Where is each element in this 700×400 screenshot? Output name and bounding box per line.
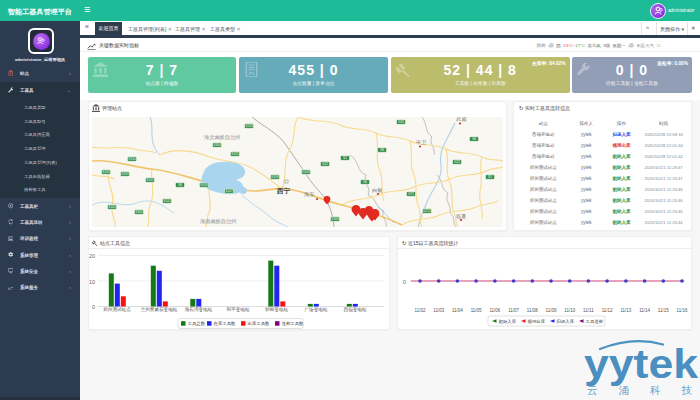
svg-text:G30: G30 (398, 120, 404, 124)
svg-text:兰州发威荷变电站: 兰州发威荷变电站 (141, 306, 178, 313)
svg-text:工具送检: 工具送检 (586, 319, 604, 324)
svg-text:工具总数: 工具总数 (188, 321, 206, 326)
svg-text:G22: G22 (454, 160, 460, 164)
svg-text:武威: 武威 (456, 117, 467, 122)
svg-text:G213: G213 (423, 209, 431, 213)
svg-text:S207: S207 (225, 189, 233, 193)
svg-text:S2: S2 (488, 175, 492, 179)
svg-text:11/06: 11/06 (489, 308, 500, 313)
svg-text:出库工具数: 出库工具数 (248, 321, 271, 326)
svg-text:海石湾变电站: 海石湾变电站 (185, 307, 213, 313)
svg-text:11/09: 11/09 (546, 308, 557, 313)
svg-text:11/16: 11/16 (677, 308, 688, 313)
svg-text:G6: G6 (363, 180, 367, 184)
svg-text:郑州测试站点: 郑州测试站点 (103, 306, 131, 312)
svg-text:S101: S101 (146, 178, 154, 182)
svg-text:海东: 海东 (304, 191, 314, 198)
svg-text:海北藏族自治州: 海北藏族自治州 (204, 134, 240, 141)
svg-text:S202: S202 (108, 205, 116, 209)
svg-text:和平变电站: 和平变电站 (227, 306, 250, 313)
svg-text:S205: S205 (102, 170, 110, 174)
svg-text:G109: G109 (121, 172, 129, 176)
svg-text:G22: G22 (322, 162, 328, 166)
svg-text:归还入库: 归还入库 (557, 319, 575, 324)
svg-text:S203: S203 (245, 124, 253, 128)
svg-text:在库工具数: 在库工具数 (214, 321, 237, 326)
svg-text:S2: S2 (343, 156, 347, 160)
svg-text:G109: G109 (271, 175, 279, 179)
svg-text:11/15: 11/15 (658, 308, 669, 313)
svg-text:S101: S101 (163, 199, 171, 203)
svg-text:S310: S310 (128, 157, 136, 161)
svg-text:西福变电站: 西福变电站 (344, 307, 367, 313)
svg-text:海南藏族自治州: 海南藏族自治州 (200, 218, 236, 225)
svg-text:11/12: 11/12 (602, 308, 613, 313)
svg-text:云涌科技: 云涌科技 (587, 384, 700, 396)
svg-text:11/10: 11/10 (564, 308, 575, 313)
svg-text:广场变电站: 广场变电站 (305, 307, 328, 313)
svg-text:11/08: 11/08 (527, 308, 538, 313)
svg-text:G109: G109 (302, 170, 310, 174)
svg-text:G75: G75 (408, 192, 414, 196)
svg-text:S302: S302 (135, 210, 143, 214)
svg-text:11/04: 11/04 (452, 308, 463, 313)
svg-text:11/13: 11/13 (620, 308, 631, 313)
svg-text:初始入库: 初始入库 (499, 319, 517, 324)
svg-text:邯郸变电站: 邯郸变电站 (265, 307, 288, 313)
svg-text:S109: S109 (200, 183, 208, 187)
svg-text:11/14: 11/14 (639, 308, 650, 313)
svg-text:11/03: 11/03 (433, 308, 444, 313)
svg-text:11/02: 11/02 (415, 308, 426, 313)
svg-text:S315: S315 (231, 152, 239, 156)
svg-text:送检工具数: 送检工具数 (282, 321, 305, 326)
svg-text:S309: S309 (331, 217, 339, 221)
svg-text:S304: S304 (213, 143, 221, 147)
svg-text:中卫: 中卫 (416, 139, 427, 145)
svg-text:西宁: 西宁 (276, 187, 291, 195)
svg-text:11/11: 11/11 (583, 308, 594, 313)
svg-text:G6: G6 (380, 148, 384, 152)
svg-text:G6: G6 (472, 137, 476, 141)
svg-text:20: 20 (89, 253, 95, 259)
svg-text:0: 0 (403, 279, 406, 285)
svg-text:领用出库: 领用出库 (528, 319, 546, 324)
svg-text:10: 10 (89, 279, 95, 285)
svg-text:临夏: 临夏 (456, 213, 466, 220)
svg-text:11/07: 11/07 (508, 308, 519, 313)
svg-text:11/05: 11/05 (471, 308, 482, 313)
svg-text:0: 0 (92, 304, 95, 310)
svg-text:G6: G6 (178, 183, 182, 187)
svg-text:白银: 白银 (372, 187, 383, 194)
